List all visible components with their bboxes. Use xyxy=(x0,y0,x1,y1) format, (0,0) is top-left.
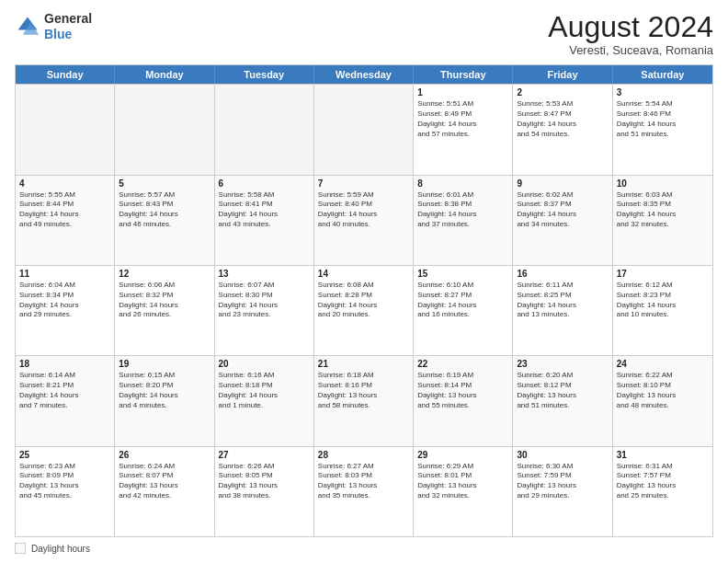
day-info: Sunrise: 6:29 AM Sunset: 8:01 PM Dayligh… xyxy=(417,462,508,501)
day-cell-16: 16Sunrise: 6:11 AM Sunset: 8:25 PM Dayli… xyxy=(513,266,612,355)
calendar-week-2: 4Sunrise: 5:55 AM Sunset: 8:44 PM Daylig… xyxy=(16,175,712,265)
calendar-week-4: 18Sunrise: 6:14 AM Sunset: 8:21 PM Dayli… xyxy=(16,355,712,445)
logo-icon xyxy=(15,14,40,40)
day-number: 14 xyxy=(318,269,409,279)
day-cell-29: 29Sunrise: 6:29 AM Sunset: 8:01 PM Dayli… xyxy=(414,447,513,536)
day-number: 11 xyxy=(19,269,110,279)
day-number: 12 xyxy=(119,269,210,279)
legend-box xyxy=(15,543,26,554)
day-number: 27 xyxy=(219,450,310,460)
calendar-week-1: 1Sunrise: 5:51 AM Sunset: 8:49 PM Daylig… xyxy=(16,84,712,174)
header-day-thursday: Thursday xyxy=(414,65,513,84)
day-number: 24 xyxy=(617,359,709,369)
logo-blue: Blue xyxy=(44,27,72,41)
day-number: 25 xyxy=(19,450,110,460)
day-cell-26: 26Sunrise: 6:24 AM Sunset: 8:07 PM Dayli… xyxy=(115,447,214,536)
day-number: 3 xyxy=(617,87,709,98)
day-info: Sunrise: 6:23 AM Sunset: 8:09 PM Dayligh… xyxy=(19,462,110,501)
header: General Blue August 2024 Veresti, Suceav… xyxy=(15,11,713,57)
day-info: Sunrise: 6:24 AM Sunset: 8:07 PM Dayligh… xyxy=(119,462,210,501)
header-day-tuesday: Tuesday xyxy=(215,65,314,84)
day-cell-empty xyxy=(115,85,214,174)
day-cell-6: 6Sunrise: 5:58 AM Sunset: 8:41 PM Daylig… xyxy=(215,176,314,265)
day-cell-11: 11Sunrise: 6:04 AM Sunset: 8:34 PM Dayli… xyxy=(16,266,115,355)
day-info: Sunrise: 5:54 AM Sunset: 8:46 PM Dayligh… xyxy=(617,99,709,139)
day-cell-27: 27Sunrise: 6:26 AM Sunset: 8:05 PM Dayli… xyxy=(215,447,314,536)
day-cell-24: 24Sunrise: 6:22 AM Sunset: 8:10 PM Dayli… xyxy=(613,356,712,445)
day-info: Sunrise: 6:22 AM Sunset: 8:10 PM Dayligh… xyxy=(617,371,709,410)
day-info: Sunrise: 5:55 AM Sunset: 8:44 PM Dayligh… xyxy=(19,190,110,230)
day-number: 20 xyxy=(219,359,310,369)
calendar-week-5: 25Sunrise: 6:23 AM Sunset: 8:09 PM Dayli… xyxy=(16,446,712,536)
day-cell-20: 20Sunrise: 6:16 AM Sunset: 8:18 PM Dayli… xyxy=(215,356,314,445)
day-number: 4 xyxy=(19,178,110,189)
day-cell-14: 14Sunrise: 6:08 AM Sunset: 8:28 PM Dayli… xyxy=(314,266,414,355)
logo: General Blue xyxy=(15,11,92,42)
day-number: 21 xyxy=(318,359,409,369)
legend-label: Daylight hours xyxy=(31,544,90,554)
day-number: 29 xyxy=(417,450,508,460)
page: General Blue August 2024 Veresti, Suceav… xyxy=(0,0,728,563)
logo-text: General Blue xyxy=(44,11,92,42)
day-number: 31 xyxy=(617,450,709,460)
legend: Daylight hours xyxy=(15,543,713,554)
day-info: Sunrise: 6:30 AM Sunset: 7:59 PM Dayligh… xyxy=(517,462,608,501)
day-info: Sunrise: 6:02 AM Sunset: 8:37 PM Dayligh… xyxy=(517,190,608,230)
day-info: Sunrise: 5:53 AM Sunset: 8:47 PM Dayligh… xyxy=(517,99,608,139)
day-info: Sunrise: 6:16 AM Sunset: 8:18 PM Dayligh… xyxy=(219,371,310,410)
subtitle: Veresti, Suceava, Romania xyxy=(548,43,713,57)
day-cell-2: 2Sunrise: 5:53 AM Sunset: 8:47 PM Daylig… xyxy=(513,85,612,174)
day-cell-4: 4Sunrise: 5:55 AM Sunset: 8:44 PM Daylig… xyxy=(16,176,115,265)
day-cell-31: 31Sunrise: 6:31 AM Sunset: 7:57 PM Dayli… xyxy=(613,447,712,536)
day-cell-empty xyxy=(16,85,115,174)
day-number: 22 xyxy=(417,359,508,369)
day-number: 26 xyxy=(119,450,210,460)
header-day-sunday: Sunday xyxy=(16,65,115,84)
day-info: Sunrise: 6:18 AM Sunset: 8:16 PM Dayligh… xyxy=(318,371,409,410)
day-cell-9: 9Sunrise: 6:02 AM Sunset: 8:37 PM Daylig… xyxy=(513,176,612,265)
calendar-header: SundayMondayTuesdayWednesdayThursdayFrid… xyxy=(16,65,712,84)
day-cell-empty xyxy=(215,85,314,174)
day-cell-13: 13Sunrise: 6:07 AM Sunset: 8:30 PM Dayli… xyxy=(215,266,314,355)
day-number: 17 xyxy=(617,269,709,279)
day-number: 18 xyxy=(19,359,110,369)
day-number: 16 xyxy=(517,269,608,279)
title-block: August 2024 Veresti, Suceava, Romania xyxy=(548,11,713,57)
day-cell-1: 1Sunrise: 5:51 AM Sunset: 8:49 PM Daylig… xyxy=(414,85,513,174)
day-number: 6 xyxy=(219,178,310,189)
day-info: Sunrise: 6:01 AM Sunset: 8:38 PM Dayligh… xyxy=(417,190,508,230)
day-cell-15: 15Sunrise: 6:10 AM Sunset: 8:27 PM Dayli… xyxy=(414,266,513,355)
day-number: 19 xyxy=(119,359,210,369)
month-title: August 2024 xyxy=(548,11,713,43)
day-info: Sunrise: 6:31 AM Sunset: 7:57 PM Dayligh… xyxy=(617,462,709,501)
day-info: Sunrise: 6:10 AM Sunset: 8:27 PM Dayligh… xyxy=(417,281,508,320)
day-info: Sunrise: 6:06 AM Sunset: 8:32 PM Dayligh… xyxy=(119,281,210,320)
day-cell-8: 8Sunrise: 6:01 AM Sunset: 8:38 PM Daylig… xyxy=(414,176,513,265)
day-info: Sunrise: 6:26 AM Sunset: 8:05 PM Dayligh… xyxy=(219,462,310,501)
day-number: 9 xyxy=(517,178,608,189)
header-day-saturday: Saturday xyxy=(613,65,712,84)
day-info: Sunrise: 5:51 AM Sunset: 8:49 PM Dayligh… xyxy=(417,99,508,139)
day-cell-23: 23Sunrise: 6:20 AM Sunset: 8:12 PM Dayli… xyxy=(513,356,612,445)
day-cell-empty xyxy=(314,85,414,174)
day-info: Sunrise: 6:27 AM Sunset: 8:03 PM Dayligh… xyxy=(318,462,409,501)
day-cell-25: 25Sunrise: 6:23 AM Sunset: 8:09 PM Dayli… xyxy=(16,447,115,536)
header-day-friday: Friday xyxy=(513,65,612,84)
day-cell-22: 22Sunrise: 6:19 AM Sunset: 8:14 PM Dayli… xyxy=(414,356,513,445)
day-info: Sunrise: 6:08 AM Sunset: 8:28 PM Dayligh… xyxy=(318,281,409,320)
day-number: 7 xyxy=(318,178,409,189)
calendar: SundayMondayTuesdayWednesdayThursdayFrid… xyxy=(15,64,713,537)
day-info: Sunrise: 6:07 AM Sunset: 8:30 PM Dayligh… xyxy=(219,281,310,320)
day-cell-10: 10Sunrise: 6:03 AM Sunset: 8:35 PM Dayli… xyxy=(613,176,712,265)
header-day-monday: Monday xyxy=(115,65,214,84)
day-cell-7: 7Sunrise: 5:59 AM Sunset: 8:40 PM Daylig… xyxy=(314,176,414,265)
day-number: 5 xyxy=(119,178,210,189)
day-info: Sunrise: 6:04 AM Sunset: 8:34 PM Dayligh… xyxy=(19,281,110,320)
day-number: 28 xyxy=(318,450,409,460)
day-cell-3: 3Sunrise: 5:54 AM Sunset: 8:46 PM Daylig… xyxy=(613,85,712,174)
day-number: 13 xyxy=(219,269,310,279)
day-cell-17: 17Sunrise: 6:12 AM Sunset: 8:23 PM Dayli… xyxy=(613,266,712,355)
day-number: 23 xyxy=(517,359,608,369)
day-number: 30 xyxy=(517,450,608,460)
day-info: Sunrise: 5:59 AM Sunset: 8:40 PM Dayligh… xyxy=(318,190,409,230)
